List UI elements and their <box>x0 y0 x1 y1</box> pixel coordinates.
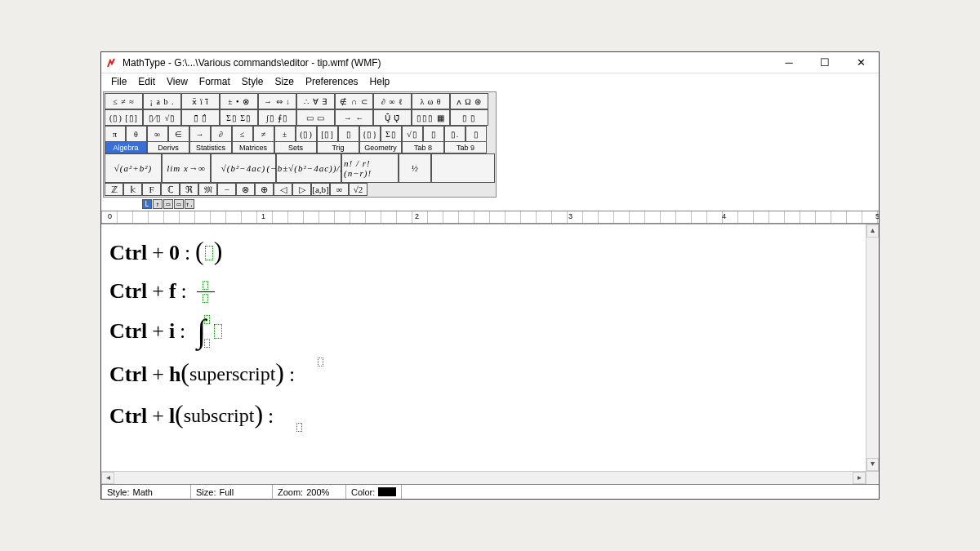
symbol-button[interactable]: ℤ <box>105 183 123 196</box>
tab-matrices[interactable]: Matrices <box>232 142 274 153</box>
palette-button[interactable]: ▭ ▭ <box>296 109 335 126</box>
minimize-button[interactable]: ─ <box>771 52 807 73</box>
template-button[interactable]: n! / r!(n−r)! <box>341 153 399 183</box>
size-button[interactable]: ▭ <box>163 199 173 209</box>
palette-button[interactable]: ▯ <box>338 126 359 142</box>
palette-button[interactable]: Ū̧ Ų̄ <box>373 109 412 126</box>
symbol-button[interactable]: ▷ <box>292 183 311 196</box>
palette-button[interactable]: → ⇔ ↓ <box>258 93 296 109</box>
palette-button[interactable]: ẍ ï ī̄ <box>181 93 220 109</box>
palette-button[interactable]: √▯ <box>402 126 423 142</box>
symbol-button[interactable]: ⊕ <box>255 183 274 196</box>
equation-line: Ctrl+f: <box>109 279 858 304</box>
palette-button[interactable]: ▯ <box>466 126 487 142</box>
equation-line: Ctrl+l(subscript): <box>109 401 858 431</box>
equation-canvas[interactable]: Ctrl+0:()Ctrl+f:Ctrl+i:∫Ctrl+h(superscri… <box>101 224 866 471</box>
symbol-button[interactable]: F <box>142 183 161 196</box>
palette-button[interactable]: ≤ ≠ ≈ <box>105 93 143 109</box>
palette-button[interactable]: ≤ <box>232 126 253 142</box>
palette-button[interactable]: → ← <box>335 109 373 126</box>
titlebar: MathType - G:\...\Various commands\edito… <box>101 52 879 73</box>
ruler-mark: 3 <box>568 212 572 220</box>
palette-button[interactable]: [▯] <box>317 126 338 142</box>
scroll-left-icon[interactable]: ◂ <box>101 472 114 484</box>
palette-button[interactable]: ▯̄ ▯̂ <box>181 109 220 126</box>
app-icon <box>106 57 118 69</box>
tab-sets[interactable]: Sets <box>274 142 317 153</box>
palette-button[interactable]: → <box>189 126 211 142</box>
symbol-button[interactable]: ℜ <box>180 183 198 196</box>
palette-button[interactable]: π <box>105 126 126 142</box>
size-button[interactable]: ▭ <box>174 199 184 209</box>
palette-button[interactable]: ∫▯ ∮▯ <box>258 109 296 126</box>
palette-button[interactable]: ᴧ Ω ⊛ <box>450 93 488 109</box>
close-button[interactable]: ✕ <box>843 52 879 73</box>
palette-button[interactable]: ∉ ∩ ⊂ <box>335 93 373 109</box>
template-button[interactable]: lim x→∞ <box>162 153 211 183</box>
tab-statistics[interactable]: Statistics <box>189 142 232 153</box>
window-title: MathType - G:\...\Various commands\edito… <box>122 57 381 69</box>
palette-button[interactable]: {▯} <box>359 126 381 142</box>
symbol-button[interactable]: [a,b] <box>311 183 330 196</box>
template-button[interactable]: (−b±√(b²−4ac))/2a <box>276 153 341 183</box>
palette-button[interactable]: ▯⁄▯ √▯ <box>143 109 181 126</box>
palette-button[interactable]: ▯ ▯ <box>450 109 488 126</box>
symbol-button[interactable]: √2 <box>349 183 368 196</box>
tab-algebra[interactable]: Algebra <box>105 142 147 153</box>
vertical-scrollbar[interactable]: ▴ ▾ <box>866 224 879 471</box>
menu-file[interactable]: File <box>106 74 131 89</box>
palette-button[interactable]: ∴ ∀ ∃ <box>296 93 335 109</box>
palette-button[interactable]: ∞ <box>147 126 168 142</box>
status-zoom: Zoom: 200% <box>273 485 346 499</box>
tab-geometry[interactable]: Geometry <box>359 142 402 153</box>
symbol-button[interactable]: ◁ <box>274 183 292 196</box>
menu-size[interactable]: Size <box>270 74 299 89</box>
palette-button[interactable]: ▯▯▯ ▦ <box>412 109 450 126</box>
symbol-button[interactable]: 𝔐 <box>198 183 217 196</box>
palette-button[interactable]: ▯. <box>444 126 466 142</box>
menu-style[interactable]: Style <box>237 74 269 89</box>
symbol-button[interactable]: ℂ <box>161 183 180 196</box>
palette-button[interactable]: ≠ <box>253 126 274 142</box>
tab-trig[interactable]: Trig <box>317 142 359 153</box>
scroll-right-icon[interactable]: ▸ <box>853 472 866 484</box>
menu-format[interactable]: Format <box>194 74 235 89</box>
symbol-button[interactable]: ⊗ <box>236 183 255 196</box>
scroll-up-icon[interactable]: ▴ <box>866 224 879 238</box>
tab-derivs[interactable]: Derivs <box>147 142 189 153</box>
template-button[interactable]: ½ <box>399 153 431 183</box>
size-button[interactable]: ↑. <box>185 199 194 209</box>
size-button[interactable]: L <box>142 199 152 209</box>
menu-edit[interactable]: Edit <box>133 74 160 89</box>
scroll-down-icon[interactable]: ▾ <box>866 458 879 471</box>
palette-button[interactable]: ± • ⊗ <box>220 93 258 109</box>
size-button[interactable]: ↑ <box>153 199 163 209</box>
palette-button[interactable]: ∈ <box>168 126 189 142</box>
symbol-button[interactable]: ∞ <box>330 183 349 196</box>
palette-button[interactable]: ± <box>274 126 296 142</box>
ruler-mark: 2 <box>415 212 419 220</box>
equation-line: Ctrl+h(superscript): <box>109 359 858 389</box>
palette-button[interactable]: Σ▯ <box>381 126 402 142</box>
menu-help[interactable]: Help <box>365 74 395 89</box>
palette-button[interactable]: Σ▯ Σ▯ <box>220 109 258 126</box>
template-button[interactable]: √(a²+b²) <box>105 153 162 183</box>
horizontal-scrollbar[interactable]: ◂ ▸ <box>101 472 866 484</box>
palette-button[interactable]: ▯ <box>423 126 444 142</box>
color-swatch <box>378 487 396 496</box>
palette-button[interactable]: (▯) <box>296 126 317 142</box>
palette-button[interactable]: ∂ ∞ ℓ <box>373 93 412 109</box>
palette-button[interactable]: (▯) [▯] <box>105 109 143 126</box>
symbol-button[interactable]: 𝕜 <box>123 183 142 196</box>
tab-tab-8[interactable]: Tab 8 <box>402 142 444 153</box>
palette-button[interactable]: ¡ a b . <box>143 93 181 109</box>
maximize-button[interactable]: ☐ <box>807 52 843 73</box>
palette-button[interactable]: θ <box>126 126 147 142</box>
tab-tab-9[interactable]: Tab 9 <box>444 142 487 153</box>
menu-view[interactable]: View <box>162 74 193 89</box>
palette-button[interactable]: λ ω θ <box>412 93 450 109</box>
symbol-button[interactable]: − <box>217 183 236 196</box>
menu-preferences[interactable]: Preferences <box>301 74 363 89</box>
ruler-mark: 4 <box>722 212 726 220</box>
palette-button[interactable]: ∂ <box>211 126 232 142</box>
